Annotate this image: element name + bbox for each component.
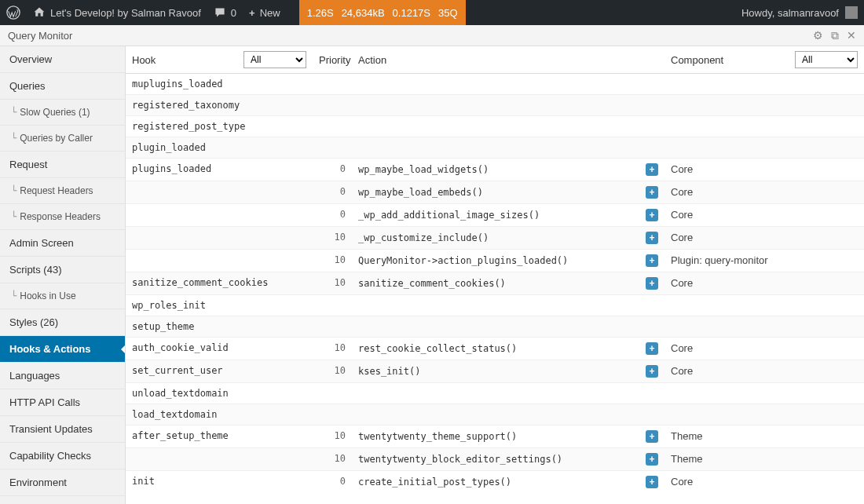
expand-action-button[interactable]: + [646, 476, 658, 488]
sidebar-item-capability-checks[interactable]: Capability Checks [0, 443, 125, 469]
table-row: 0wp_maybe_load_embeds()+Core [126, 181, 864, 204]
hook-cell: load_textdomain [126, 404, 313, 425]
component-cell [664, 137, 864, 159]
action-cell [352, 316, 664, 338]
hook-cell: registered_taxonomy [126, 95, 313, 116]
action-name: create_initial_post_types() [358, 477, 511, 488]
comment-icon [214, 6, 226, 19]
expand-action-button[interactable]: + [646, 430, 658, 443]
priority-cell: 10 [313, 272, 352, 295]
table-row: 10QueryMonitor->action_plugins_loaded()+… [126, 250, 864, 272]
expand-action-button[interactable]: + [646, 186, 658, 199]
action-cell: QueryMonitor->action_plugins_loaded()+ [352, 250, 664, 272]
sidebar-item-request[interactable]: Request [0, 152, 125, 178]
expand-action-button[interactable]: + [646, 277, 658, 290]
action-name: rest_cookie_collect_status() [358, 343, 517, 354]
sidebar-item-styles-26[interactable]: Styles (26) [0, 309, 125, 336]
priority-cell [313, 95, 352, 116]
site-home-link[interactable]: Let's Develop! by Salman Ravoof [33, 6, 201, 19]
action-cell: wp_maybe_load_embeds()+ [352, 181, 664, 204]
qm-stat-dbtime: 0.1217S [393, 7, 430, 19]
sidebar-item-response-headers[interactable]: Response Headers [0, 204, 125, 230]
expand-action-button[interactable]: + [646, 342, 658, 355]
sidebar-item-slow-queries-1[interactable]: Slow Queries (1) [0, 100, 125, 126]
table-row: 10_wp_customize_include()+Core [126, 227, 864, 250]
expand-action-button[interactable]: + [646, 163, 658, 176]
priority-cell: 10 [313, 425, 352, 448]
component-cell: Core [664, 272, 864, 295]
expand-action-button[interactable]: + [646, 209, 658, 221]
priority-cell: 10 [313, 448, 352, 471]
component-cell: Theme [664, 425, 864, 448]
new-content-link[interactable]: + New [249, 7, 280, 19]
action-name: _wp_add_additional_image_sizes() [358, 210, 540, 221]
hooks-table: Hook All Priority Action Component All m… [126, 46, 864, 493]
hook-filter-select[interactable]: All [243, 51, 306, 68]
plus-icon: + [249, 7, 255, 19]
component-cell [664, 316, 864, 338]
site-title: Let's Develop! by Salman Ravoof [50, 7, 201, 19]
component-cell: Core [664, 471, 864, 494]
sidebar-item-languages[interactable]: Languages [0, 363, 125, 389]
action-cell: kses_init()+ [352, 360, 664, 383]
table-row: unload_textdomain [126, 383, 864, 404]
hook-cell [126, 181, 313, 204]
sidebar-item-http-api-calls[interactable]: HTTP API Calls [0, 389, 125, 416]
action-cell [352, 74, 664, 95]
sidebar-item-admin-screen[interactable]: Admin Screen [0, 230, 125, 257]
action-cell [352, 116, 664, 137]
qm-admin-stats[interactable]: 1.26S 24,634kB 0.1217S 35Q [299, 0, 466, 25]
component-cell [664, 404, 864, 425]
table-row: 10twentytwenty_block_editor_settings()+T… [126, 448, 864, 471]
priority-cell: 10 [313, 227, 352, 250]
hook-cell: setup_theme [126, 316, 313, 338]
hook-cell [126, 250, 313, 272]
sidebar-item-hooks-actions[interactable]: Hooks & Actions [0, 336, 125, 363]
action-name: kses_init() [358, 366, 420, 377]
expand-action-button[interactable]: + [646, 232, 658, 244]
hook-cell: registered_post_type [126, 116, 313, 137]
sidebar-item-request-headers[interactable]: Request Headers [0, 178, 125, 204]
sidebar-item-transient-updates[interactable]: Transient Updates [0, 416, 125, 443]
table-row: plugins_loaded0wp_maybe_load_widgets()+C… [126, 159, 864, 181]
priority-cell: 10 [313, 250, 352, 272]
priority-cell: 0 [313, 471, 352, 494]
qm-panel-header: Query Monitor ⚙ ⧉ ✕ [0, 25, 864, 46]
expand-action-button[interactable]: + [646, 254, 658, 267]
sidebar-item-hooks-in-use[interactable]: Hooks in Use [0, 283, 125, 309]
expand-action-button[interactable]: + [646, 453, 658, 466]
hook-cell [126, 227, 313, 250]
wp-admin-bar: Let's Develop! by Salman Ravoof 0 + New … [0, 0, 864, 25]
sidebar-item-overview[interactable]: Overview [0, 46, 125, 73]
hook-cell: plugin_loaded [126, 137, 313, 159]
component-cell: Core [664, 204, 864, 227]
sidebar-item-queries-by-caller[interactable]: Queries by Caller [0, 126, 125, 152]
user-menu[interactable]: Howdy, salmanravoof [741, 6, 858, 19]
sidebar-item-environment[interactable]: Environment [0, 469, 125, 496]
component-cell [664, 74, 864, 95]
table-row: plugin_loaded [126, 137, 864, 159]
expand-action-button[interactable]: + [646, 365, 658, 378]
close-icon[interactable]: ✕ [847, 29, 856, 42]
action-name: twentytwenty_block_editor_settings() [358, 454, 562, 465]
priority-cell [313, 404, 352, 425]
col-component: Component All [664, 46, 864, 74]
component-cell: Core [664, 227, 864, 250]
priority-cell [313, 316, 352, 338]
table-row: 0_wp_add_additional_image_sizes()+Core [126, 204, 864, 227]
hook-cell: set_current_user [126, 360, 313, 383]
priority-cell: 0 [313, 181, 352, 204]
action-name: wp_maybe_load_embeds() [358, 187, 483, 198]
action-cell: create_initial_post_types()+ [352, 471, 664, 494]
wp-logo[interactable] [6, 5, 20, 20]
sidebar-item-scripts-43[interactable]: Scripts (43) [0, 257, 125, 283]
gear-icon[interactable]: ⚙ [813, 29, 823, 42]
sidebar-item-queries[interactable]: Queries [0, 73, 125, 100]
hook-cell: unload_textdomain [126, 383, 313, 404]
popout-icon[interactable]: ⧉ [831, 29, 839, 42]
component-filter-select[interactable]: All [795, 51, 858, 68]
comments-link[interactable]: 0 [214, 6, 236, 19]
action-cell: _wp_customize_include()+ [352, 227, 664, 250]
action-cell: sanitize_comment_cookies()+ [352, 272, 664, 295]
component-cell [664, 116, 864, 137]
